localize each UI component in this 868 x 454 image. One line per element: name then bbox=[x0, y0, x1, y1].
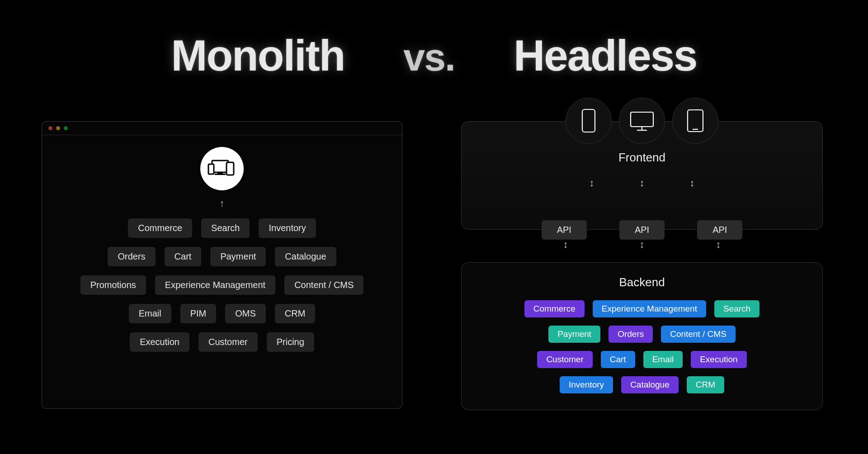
svg-rect-5 bbox=[582, 109, 595, 132]
window-zoom-dot-icon bbox=[64, 126, 68, 130]
api-chip: API bbox=[697, 220, 742, 240]
backend-pill: Catalogue bbox=[621, 376, 679, 393]
monolith-chip: Commerce bbox=[128, 218, 192, 238]
updown-arrow-icon: ↕ bbox=[563, 239, 568, 251]
tablet-icon bbox=[672, 98, 718, 144]
frontend-arrow-row: ↕ ↕ ↕ bbox=[590, 177, 695, 189]
backend-pill: Customer bbox=[537, 351, 592, 368]
desktop-icon bbox=[619, 98, 665, 144]
monolith-chip: CRM bbox=[275, 304, 316, 323]
mid-arrow-row: ↕ ↕ ↕ bbox=[461, 239, 823, 251]
backend-card: Backend CommerceExperience ManagementSea… bbox=[461, 262, 823, 410]
monolith-chip: Catalogue bbox=[275, 247, 336, 266]
window-close-dot-icon bbox=[48, 126, 52, 130]
api-chip: API bbox=[542, 220, 587, 240]
monolith-window: ↑ CommerceSearchInventoryOrdersCartPayme… bbox=[42, 121, 402, 409]
backend-row: PaymentOrdersContent / CMS bbox=[548, 326, 736, 343]
backend-pill: Email bbox=[643, 351, 683, 368]
backend-pill: Search bbox=[714, 300, 760, 317]
svg-rect-2 bbox=[215, 174, 226, 175]
monolith-row: PromotionsExperience ManagementContent /… bbox=[80, 275, 364, 295]
phone-icon bbox=[566, 98, 612, 144]
monolith-row: ExecutionCustomerPricing bbox=[130, 332, 314, 352]
backend-row: CommerceExperience ManagementSearch bbox=[524, 300, 760, 317]
title-headless: Headless bbox=[514, 31, 697, 80]
monolith-chip: Orders bbox=[108, 247, 155, 266]
updown-arrow-icon: ↕ bbox=[690, 177, 695, 189]
monolith-chip-rows: CommerceSearchInventoryOrdersCartPayment… bbox=[80, 218, 364, 352]
backend-row: CustomerCartEmailExecution bbox=[537, 351, 746, 368]
updown-arrow-icon: ↕ bbox=[716, 239, 721, 251]
updown-arrow-icon: ↕ bbox=[640, 239, 645, 251]
monolith-chip: Cart bbox=[165, 247, 202, 266]
svg-rect-3 bbox=[226, 162, 234, 175]
title-vs: vs. bbox=[403, 35, 455, 80]
monolith-chip: Payment bbox=[210, 247, 266, 266]
backend-label: Backend bbox=[619, 275, 665, 289]
updown-arrow-icon: ↕ bbox=[640, 177, 645, 189]
backend-pill: Experience Management bbox=[593, 300, 706, 317]
backend-pill: Inventory bbox=[560, 376, 613, 393]
devices-badge-icon bbox=[200, 147, 244, 190]
api-chip: API bbox=[619, 220, 665, 240]
monolith-chip: Promotions bbox=[80, 275, 146, 295]
backend-pill: Orders bbox=[609, 326, 653, 343]
window-minimize-dot-icon bbox=[56, 126, 60, 130]
monolith-row: CommerceSearchInventory bbox=[128, 218, 316, 238]
monolith-chip: Experience Management bbox=[155, 275, 275, 295]
monolith-chip: OMS bbox=[225, 304, 266, 323]
backend-row: InventoryCatalogueCRM bbox=[560, 376, 724, 393]
backend-pill: Content / CMS bbox=[661, 326, 736, 343]
svg-rect-9 bbox=[688, 110, 703, 132]
diagram-stage: Monolith vs. Headless ↑ CommerceSearchIn… bbox=[0, 0, 868, 454]
svg-rect-6 bbox=[631, 112, 653, 127]
titles-row: Monolith vs. Headless bbox=[0, 31, 868, 80]
svg-rect-1 bbox=[217, 172, 223, 174]
backend-pill: Cart bbox=[601, 351, 635, 368]
monolith-chip: Customer bbox=[198, 332, 258, 352]
window-titlebar bbox=[42, 122, 402, 135]
monolith-row: OrdersCartPaymentCatalogue bbox=[108, 247, 336, 266]
monolith-chip: Inventory bbox=[259, 218, 316, 238]
svg-rect-4 bbox=[208, 164, 214, 174]
device-icons-row bbox=[566, 98, 718, 144]
updown-arrow-icon: ↑ bbox=[220, 198, 225, 209]
updown-arrow-icon: ↕ bbox=[590, 177, 594, 189]
backend-pill: Payment bbox=[548, 326, 600, 343]
monolith-body: ↑ CommerceSearchInventoryOrdersCartPayme… bbox=[42, 135, 402, 352]
monolith-chip: PIM bbox=[180, 304, 217, 323]
backend-pill: Execution bbox=[691, 351, 746, 368]
monolith-chip: Content / CMS bbox=[284, 275, 363, 295]
api-row: API API API bbox=[462, 220, 822, 240]
monolith-chip: Email bbox=[129, 304, 171, 323]
monolith-row: EmailPIMOMSCRM bbox=[129, 304, 316, 323]
backend-pill-rows: CommerceExperience ManagementSearchPayme… bbox=[480, 300, 804, 393]
monolith-chip: Execution bbox=[130, 332, 189, 352]
monolith-chip: Pricing bbox=[267, 332, 314, 352]
backend-pill: CRM bbox=[687, 376, 724, 393]
title-monolith: Monolith bbox=[171, 31, 345, 80]
backend-pill: Commerce bbox=[524, 300, 585, 317]
frontend-label: Frontend bbox=[618, 151, 665, 165]
monolith-chip: Search bbox=[201, 218, 250, 238]
